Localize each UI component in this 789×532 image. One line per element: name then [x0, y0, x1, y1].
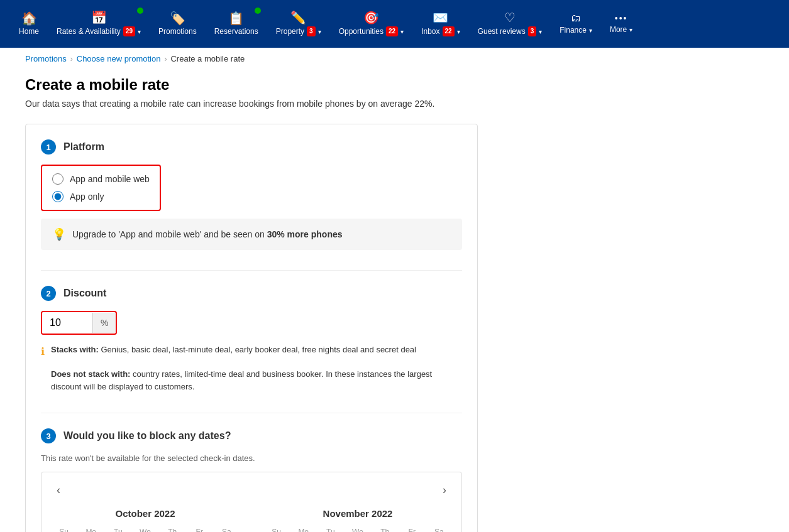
- rates-icon: 📅: [91, 11, 107, 24]
- nav-more-label: More ▾: [610, 25, 632, 34]
- block-dates-header: 3 Would you like to block any dates?: [41, 428, 462, 443]
- platform-header: 1 Platform: [41, 139, 462, 155]
- nav-rates[interactable]: 📅 Rates & Availability 29 ▾: [48, 0, 150, 48]
- nav-guest-reviews[interactable]: ♡ Guest reviews 3 ▾: [469, 0, 551, 48]
- block-dates-title: Would you like to block any dates?: [63, 430, 231, 442]
- upgrade-hint-text: Upgrade to 'App and mobile web' and be s…: [72, 229, 343, 239]
- breadcrumb-choose-promotion[interactable]: Choose new promotion: [77, 54, 161, 63]
- october-title: October 2022: [52, 508, 239, 519]
- platform-title: Platform: [63, 141, 104, 153]
- promotions-icon: 🏷️: [170, 12, 185, 24]
- nav-property-label: Property 3 ▾: [276, 26, 321, 36]
- nav-home-label: Home: [19, 27, 39, 36]
- nav-promotions[interactable]: 🏷️ Promotions: [150, 0, 206, 48]
- radio-app-and-mobile-web[interactable]: App and mobile web: [52, 173, 150, 185]
- november-title: November 2022: [264, 508, 451, 519]
- nav-inbox[interactable]: ✉️ Inbox 22 ▾: [412, 0, 468, 48]
- block-dates-subtitle: This rate won't be available for the sel…: [41, 453, 462, 463]
- main-card: 1 Platform App and mobile web App only 💡…: [25, 124, 478, 532]
- block-dates-section: 3 Would you like to block any dates? Thi…: [41, 428, 462, 532]
- step-2-circle: 2: [41, 286, 56, 301]
- inbox-badge: 22: [443, 26, 455, 36]
- opportunities-icon: 🎯: [363, 11, 379, 24]
- rates-dot: [137, 8, 143, 14]
- inbox-icon: ✉️: [433, 11, 448, 24]
- breadcrumb-sep-1: ›: [70, 55, 73, 63]
- oct-hdr-sa: Sa: [214, 525, 239, 532]
- radio-app-and-mobile-web-input[interactable]: [52, 173, 63, 185]
- page-content: Create a mobile rate Our data says that …: [0, 70, 789, 532]
- nov-hdr-su: Su: [264, 525, 289, 532]
- discount-section: 2 Discount % ℹ Stacks with: Genius, basi…: [41, 286, 462, 393]
- finance-icon: 🗂: [571, 13, 581, 23]
- does-not-stack-label: Does not stack with:: [51, 369, 133, 379]
- oct-hdr-tu: Tu: [106, 525, 130, 532]
- oct-hdr-th: Th: [160, 525, 185, 532]
- radio-app-only-label: App only: [70, 192, 104, 202]
- october-grid: Su Mo Tu We Th Fr Sa: [52, 525, 239, 532]
- nav-home[interactable]: 🏠 Home: [10, 0, 48, 48]
- discount-unit: %: [92, 313, 116, 333]
- nav-finance[interactable]: 🗂 Finance ▾: [551, 0, 601, 48]
- november-grid: Su Mo Tu We Th Fr Sa 1 2 3: [264, 525, 451, 532]
- breadcrumb-promotions[interactable]: Promotions: [25, 54, 67, 63]
- nov-hdr-mo: Mo: [291, 525, 316, 532]
- platform-section: 1 Platform App and mobile web App only 💡…: [41, 139, 462, 250]
- nav-inbox-label: Inbox 22 ▾: [421, 26, 460, 36]
- reservations-icon: 📋: [228, 12, 244, 24]
- bulb-icon: 💡: [52, 227, 66, 241]
- calendar-october: October 2022 Su Mo Tu We Th Fr Sa: [52, 508, 239, 532]
- property-icon: ✏️: [290, 11, 306, 24]
- radio-app-only-input[interactable]: [52, 191, 63, 202]
- discount-info-box: ℹ Stacks with: Genius, basic deal, last-…: [41, 344, 462, 393]
- discount-info-text: Stacks with: Genius, basic deal, last-mi…: [51, 344, 462, 393]
- divider-2: [41, 413, 462, 413]
- divider-1: [41, 270, 462, 271]
- calendars-container: October 2022 Su Mo Tu We Th Fr Sa: [52, 508, 451, 532]
- nov-hdr-fr: Fr: [400, 525, 424, 532]
- oct-hdr-su: Su: [52, 525, 76, 532]
- page-subtitle: Our data says that creating a mobile rat…: [25, 99, 764, 109]
- nav-opportunities[interactable]: 🎯 Opportunities 22 ▾: [330, 0, 413, 48]
- opportunities-badge: 22: [386, 26, 398, 36]
- nov-hdr-we: We: [345, 525, 370, 532]
- guest-reviews-badge: 3: [528, 26, 537, 36]
- discount-title: Discount: [63, 288, 106, 299]
- oct-hdr-we: We: [133, 525, 157, 532]
- rates-badge: 29: [123, 26, 135, 36]
- nav-property[interactable]: ✏️ Property 3 ▾: [267, 0, 330, 48]
- nav-more[interactable]: ••• More ▾: [601, 0, 641, 48]
- discount-header: 2 Discount: [41, 286, 462, 301]
- nav-reservations[interactable]: 📋 Reservations: [206, 0, 267, 48]
- radio-app-only[interactable]: App only: [52, 191, 150, 202]
- discount-input-wrap: %: [41, 311, 117, 335]
- guest-reviews-icon: ♡: [504, 11, 516, 24]
- page-title: Create a mobile rate: [25, 76, 764, 94]
- calendar-prev-button[interactable]: ‹: [52, 482, 65, 498]
- navbar: 🏠 Home 📅 Rates & Availability 29 ▾ 🏷️ Pr…: [0, 0, 789, 48]
- step-1-circle: 1: [41, 139, 56, 155]
- reservations-dot: [255, 8, 261, 14]
- step-3-circle: 3: [41, 428, 56, 443]
- discount-input[interactable]: [42, 312, 92, 334]
- calendar-wrap: ‹ › October 2022 Su Mo Tu We Th: [41, 472, 462, 532]
- nav-guest-reviews-label: Guest reviews 3 ▾: [478, 26, 543, 36]
- nav-finance-label: Finance ▾: [560, 26, 592, 35]
- nav-opportunities-label: Opportunities 22 ▾: [339, 26, 404, 36]
- calendar-november: November 2022 Su Mo Tu We Th Fr Sa: [264, 508, 451, 532]
- nov-hdr-tu: Tu: [318, 525, 343, 532]
- breadcrumb: Promotions › Choose new promotion › Crea…: [0, 48, 789, 70]
- platform-radio-group: App and mobile web App only: [41, 165, 161, 211]
- more-icon: •••: [615, 14, 628, 23]
- oct-hdr-mo: Mo: [79, 525, 103, 532]
- nov-hdr-sa: Sa: [427, 525, 451, 532]
- upgrade-hint: 💡 Upgrade to 'App and mobile web' and be…: [41, 219, 462, 250]
- nav-rates-label: Rates & Availability 29 ▾: [57, 26, 141, 36]
- nov-hdr-th: Th: [373, 525, 397, 532]
- oct-hdr-fr: Fr: [187, 525, 212, 532]
- stacks-with-value: Genius, basic deal, last-minute deal, ea…: [101, 345, 416, 354]
- radio-app-and-mobile-web-label: App and mobile web: [70, 174, 150, 184]
- calendar-header: ‹ ›: [52, 482, 451, 498]
- nav-promotions-label: Promotions: [158, 27, 197, 36]
- calendar-next-button[interactable]: ›: [438, 482, 451, 498]
